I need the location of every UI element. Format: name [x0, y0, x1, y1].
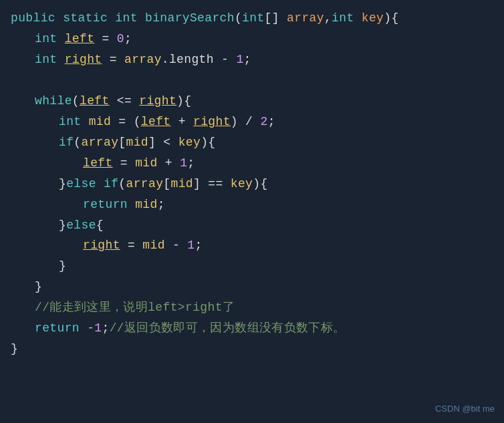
- code-line-15: //能走到这里，说明left>right了: [11, 297, 493, 318]
- watermark: CSDN @bit me: [435, 402, 495, 416]
- code-line-9: }else if(array[mid] == key){: [11, 174, 493, 194]
- code-line-2: int left = 0;: [11, 29, 493, 49]
- code-line-10: return mid;: [11, 194, 493, 215]
- code-line-7: if(array[mid] < key){: [11, 132, 493, 153]
- code-line-3: int right = array.length - 1;: [11, 49, 493, 70]
- code-line-16: return -1;//返回负数即可，因为数组没有负数下标。: [11, 318, 493, 339]
- code-line-11: }else{: [11, 215, 493, 236]
- code-block: public static int binarySearch(int[] arr…: [0, 0, 504, 423]
- code-line-13: }: [11, 256, 493, 277]
- code-line-1: public static int binarySearch(int[] arr…: [11, 8, 493, 29]
- code-line-4: [11, 70, 493, 91]
- code-line-14: }: [11, 277, 493, 297]
- code-line-8: left = mid + 1;: [11, 153, 493, 174]
- code-line-5: while(left <= right){: [11, 91, 493, 112]
- code-line-6: int mid = (left + right) / 2;: [11, 112, 493, 132]
- code-line-12: right = mid - 1;: [11, 235, 493, 256]
- code-line-17: }: [11, 339, 493, 360]
